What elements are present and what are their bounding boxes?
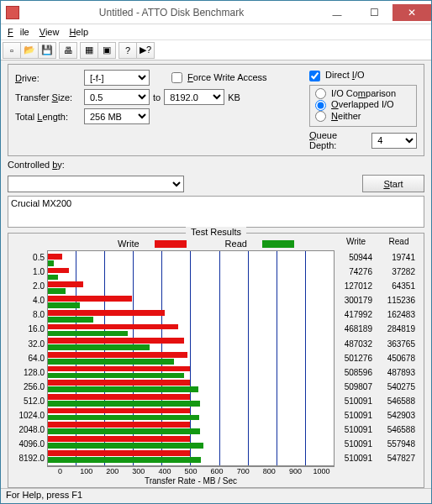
start-button[interactable]: Start <box>362 175 424 192</box>
window-buttons <box>319 4 431 21</box>
write-value: 510091 <box>335 409 372 423</box>
titlebar: Untitled - ATTO Disk Benchmark <box>1 1 431 24</box>
context-help-icon[interactable]: ▶? <box>136 42 155 59</box>
x-tick: 400 <box>151 467 177 476</box>
force-write-checkbox[interactable]: Force Write Access <box>171 72 267 84</box>
y-tick: 256.0 <box>12 380 45 394</box>
bar-pair <box>48 407 334 422</box>
y-tick: 64.0 <box>12 351 45 365</box>
io-comparison-radio[interactable]: I/O Comparison <box>315 88 396 98</box>
read-value: 162483 <box>377 308 415 323</box>
window-title: Untitled - ATTO Disk Benchmark <box>24 7 319 18</box>
print-icon[interactable]: 🖶 <box>59 42 77 59</box>
read-value: 546588 <box>377 423 415 438</box>
bar-pair <box>48 365 334 380</box>
write-bar <box>48 436 190 442</box>
chart: 0.51.02.04.08.016.032.064.0128.0256.0512… <box>12 250 420 466</box>
stop-icon[interactable]: ▣ <box>97 42 116 59</box>
toolbar: ▫ 📂 💾 🖶 ▦ ▣ ? ▶? <box>1 40 431 60</box>
y-axis-labels: 0.51.02.04.08.016.032.064.0128.0256.0512… <box>12 250 47 466</box>
run-icon[interactable]: ▦ <box>80 42 98 59</box>
bar-pair <box>48 323 334 338</box>
write-bar <box>48 408 190 414</box>
read-bar <box>48 260 54 266</box>
overlapped-io-radio[interactable]: Overlapped I/O <box>315 99 394 109</box>
x-tick: 300 <box>125 467 151 476</box>
write-bar <box>48 352 187 358</box>
total-length-select[interactable]: 256 MB <box>84 108 150 124</box>
menubar: File View Help <box>1 24 431 40</box>
write-value: 468189 <box>335 323 372 337</box>
read-bar <box>48 386 198 392</box>
write-value: 509807 <box>335 380 372 394</box>
controlled-by-select[interactable] <box>8 176 184 192</box>
menu-help[interactable]: Help <box>66 26 92 38</box>
read-bar <box>48 373 184 379</box>
bar-pair <box>48 380 334 394</box>
app-window: Untitled - ATTO Disk Benchmark File View… <box>0 0 432 504</box>
write-bar <box>48 422 190 428</box>
notes-input[interactable]: Crucial MX200 <box>8 196 424 228</box>
settings-panel: Drive: [-f-] Force Write Access Transfer… <box>8 64 424 156</box>
close-button[interactable] <box>392 4 431 21</box>
write-bar <box>48 450 190 456</box>
x-tick: 0 <box>47 467 73 476</box>
write-value: 300179 <box>335 294 372 308</box>
y-tick: 8.0 <box>12 308 45 323</box>
queue-depth-label: Queue Depth: <box>309 130 366 150</box>
legend-write-label: Write <box>118 239 139 249</box>
drive-select[interactable]: [-f-] <box>84 70 150 86</box>
app-icon <box>6 6 19 19</box>
read-bar <box>48 457 201 463</box>
maximize-button[interactable] <box>356 4 392 21</box>
bar-pair <box>48 351 334 365</box>
queue-depth-select[interactable]: 4 <box>371 133 417 149</box>
new-icon[interactable]: ▫ <box>3 42 21 59</box>
write-value: 127012 <box>335 280 372 294</box>
write-value: 510091 <box>335 423 372 438</box>
x-tick: 1000 <box>308 467 335 476</box>
total-length-label: Total Length: <box>15 112 81 122</box>
write-value: 510091 <box>335 394 372 408</box>
save-icon[interactable]: 💾 <box>38 42 56 59</box>
open-icon[interactable]: 📂 <box>20 42 39 59</box>
write-value: 510091 <box>335 452 372 466</box>
transfer-from-select[interactable]: 0.5 <box>84 89 150 105</box>
x-tick: 100 <box>73 467 99 476</box>
read-value: 284819 <box>377 323 415 337</box>
help-icon[interactable]: ? <box>119 42 137 59</box>
write-value: 501276 <box>335 351 372 365</box>
y-tick: 16.0 <box>12 323 45 337</box>
direct-io-checkbox[interactable]: Direct I/O <box>309 70 365 81</box>
value-columns: 5094474276127012300179417992468189487032… <box>335 250 420 466</box>
menu-view[interactable]: View <box>36 26 63 38</box>
write-value: 487032 <box>335 337 372 351</box>
minimize-button[interactable] <box>319 4 356 21</box>
y-tick: 8192.0 <box>12 452 45 466</box>
x-tick: 200 <box>99 467 125 476</box>
transfer-to-select[interactable]: 8192.0 <box>164 89 224 105</box>
legend-read-label: Read <box>225 239 247 249</box>
write-swatch-icon <box>155 240 187 248</box>
read-value: 363765 <box>377 337 415 351</box>
results-title: Test Results <box>186 227 246 237</box>
read-value: 546588 <box>377 394 415 408</box>
write-bar <box>48 380 190 386</box>
x-tick: 700 <box>230 467 256 476</box>
transfer-size-label: Transfer Size: <box>15 92 81 102</box>
neither-radio[interactable]: Neither <box>315 111 361 121</box>
read-swatch-icon <box>262 240 294 248</box>
read-bar <box>48 359 174 365</box>
y-tick: 2048.0 <box>12 423 45 438</box>
menu-file[interactable]: File <box>4 26 33 38</box>
y-tick: 1.0 <box>12 265 45 279</box>
write-bar <box>48 324 178 330</box>
force-write-input[interactable] <box>171 72 182 83</box>
direct-io-input[interactable] <box>309 71 320 81</box>
bars <box>48 251 334 465</box>
read-value: 37282 <box>377 265 415 279</box>
read-bar <box>48 331 128 337</box>
bar-pair <box>48 436 334 450</box>
y-tick: 128.0 <box>12 365 45 380</box>
controlled-by-label: Controlled by: <box>8 160 424 170</box>
